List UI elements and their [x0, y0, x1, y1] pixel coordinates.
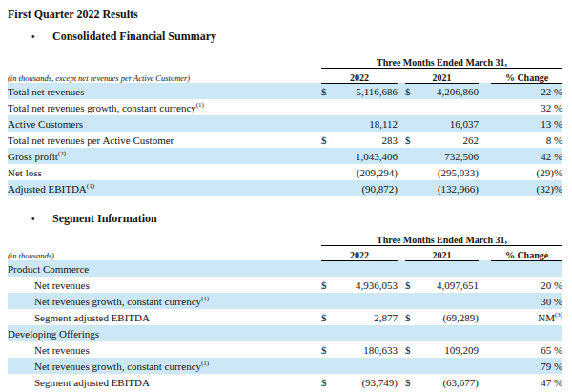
value-pct-change: 32 %: [491, 99, 562, 115]
column-gap: [398, 132, 405, 148]
value-pct-change: [491, 260, 562, 277]
column-gap: [398, 164, 405, 180]
row-label: Active Customers: [8, 115, 321, 132]
currency-symbol-2022: [321, 164, 335, 180]
currency-symbol-2022: [321, 358, 335, 374]
row-label: Net revenues: [8, 277, 321, 293]
table-row-do-revenue-growth: Net revenues growth, constant currency(1…: [8, 358, 562, 374]
column-gap: [479, 309, 491, 325]
currency-symbol-2022: [321, 293, 335, 309]
column-gap: [398, 99, 405, 115]
column-gap: [398, 309, 405, 325]
column-header-change: % Change: [491, 245, 562, 260]
value-2021: 732,506: [419, 148, 479, 164]
period-header-row: Three Months Ended March 31,: [8, 53, 562, 68]
period-header-row: Three Months Ended March 31,: [8, 231, 562, 245]
currency-symbol-2022: [321, 115, 335, 132]
value-pct-change: 20 %: [491, 277, 562, 293]
table-row-pc-segment-ebitda: Segment adjusted EBITDA $ 2,877 $ (69,28…: [8, 309, 562, 325]
row-label: Total net revenues growth, constant curr…: [8, 99, 321, 115]
table-row-revenue-growth: Total net revenues growth, constant curr…: [8, 99, 562, 115]
value-2021: (132,966): [419, 180, 479, 196]
value-2022: 180,633: [335, 341, 398, 358]
column-header-2021: 2021: [405, 68, 479, 83]
value-pct-change: 8 %: [491, 132, 562, 148]
consolidated-financial-summary-table: Three Months Ended March 31, (in thousan…: [8, 53, 562, 196]
column-gap: [479, 115, 491, 132]
column-gap: [398, 83, 405, 99]
value-2021: [419, 325, 479, 341]
value-2021: 4,206,860: [419, 83, 479, 99]
column-gap: [479, 83, 491, 99]
earnings-release-page: First Quarter 2022 Results • Consolidate…: [0, 8, 572, 392]
section-heading-label: Segment Information: [52, 212, 157, 225]
column-gap: [398, 358, 405, 374]
column-gap: [398, 293, 405, 309]
currency-symbol-2022: $: [321, 341, 335, 358]
column-gap: [479, 293, 491, 309]
table-caption: (in thousands): [8, 245, 321, 260]
row-label: Net revenues: [8, 341, 321, 358]
currency-symbol-2021: [405, 99, 419, 115]
row-label-text: Net revenues growth, constant currency: [34, 296, 201, 307]
column-gap: [479, 325, 491, 341]
column-header-row: (in thousands, except net revenues per A…: [8, 68, 562, 83]
row-label-text: Total net revenues growth, constant curr…: [8, 102, 196, 113]
column-gap: [479, 277, 491, 293]
currency-symbol-2021: $: [405, 277, 419, 293]
table-row-pc-revenue-growth: Net revenues growth, constant currency(1…: [8, 293, 562, 309]
currency-symbol-2021: $: [405, 374, 419, 390]
row-label: Net revenues growth, constant currency(1…: [8, 358, 321, 374]
currency-symbol-2022: [321, 325, 335, 341]
row-label-text: Developing Offerings: [8, 328, 99, 340]
row-label: Segment adjusted EBITDA: [8, 374, 321, 390]
currency-symbol-2021: [405, 293, 419, 309]
table-caption: (in thousands, except net revenues per A…: [8, 68, 321, 83]
row-label: Total net revenues: [8, 83, 321, 99]
table-row-revenues-per-customer: Total net revenues per Active Customer $…: [8, 132, 562, 148]
row-label-text: Adjusted EBITDA: [8, 183, 87, 195]
row-label: Segment adjusted EBITDA: [8, 309, 321, 325]
table-row-gross-profit: Gross profit(2) 1,043,406 732,506 42 %: [8, 148, 562, 164]
value-pct-change: 47 %: [491, 374, 562, 390]
currency-symbol-2022: [321, 148, 335, 164]
value-pct-change: 79 %: [491, 358, 562, 374]
bullet-icon: •: [31, 213, 52, 226]
row-label-text: Segment adjusted EBITDA: [34, 377, 150, 388]
currency-symbol-2021: $: [405, 341, 419, 358]
blank-cell: [8, 53, 321, 68]
value-2021: [419, 99, 479, 115]
footnote-marker: (3): [555, 311, 562, 319]
currency-symbol-2022: [321, 99, 335, 115]
column-gap: [479, 99, 491, 115]
column-gap: [398, 148, 405, 164]
period-header: Three Months Ended March 31,: [321, 53, 562, 68]
row-label: Product Commerce: [8, 260, 321, 277]
table-row-net-loss: Net loss (209,294) (295,033) (29)%: [8, 164, 562, 180]
row-label: Net revenues growth, constant currency(1…: [8, 293, 321, 309]
period-header: Three Months Ended March 31,: [321, 231, 562, 245]
value-2022: 1,043,406: [335, 148, 398, 164]
pct-text: 79 %: [541, 361, 562, 372]
value-pct-change: (29)%: [491, 164, 562, 180]
value-2021: (63,677): [419, 374, 479, 390]
value-2021: 109,209: [419, 341, 479, 358]
pct-text: 22 %: [541, 86, 562, 97]
value-2022: 18,112: [335, 115, 398, 132]
column-header-change: % Change: [491, 68, 562, 83]
value-2022: 2,877: [335, 309, 398, 325]
currency-symbol-2022: [321, 180, 335, 196]
column-gap: [479, 180, 491, 196]
value-pct-change: 22 %: [491, 83, 562, 99]
section-heading-label: Consolidated Financial Summary: [52, 30, 216, 43]
table-row-active-customers: Active Customers 18,112 16,037 13 %: [8, 115, 562, 132]
pct-text: 47 %: [541, 377, 562, 388]
value-2022: 4,936,053: [335, 277, 398, 293]
bullet-icon: •: [31, 31, 52, 44]
column-gap: [479, 132, 491, 148]
value-2021: [419, 293, 479, 309]
page-title: First Quarter 2022 Results: [8, 8, 572, 21]
pct-text: (29)%: [537, 167, 563, 178]
column-header-2022: 2022: [321, 245, 398, 260]
column-gap: [398, 374, 405, 390]
